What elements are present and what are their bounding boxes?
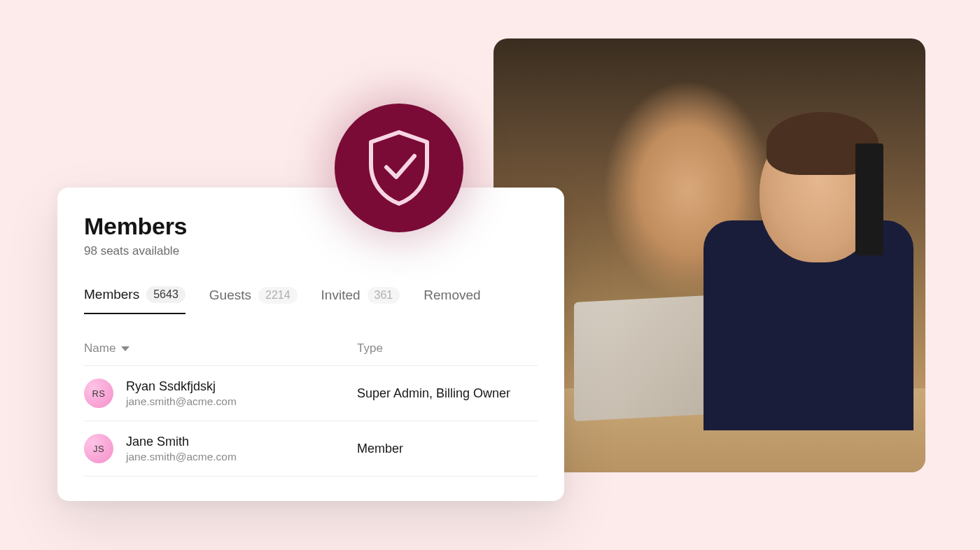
tab-label: Removed <box>424 288 480 303</box>
sort-desc-icon <box>121 346 130 351</box>
tab-label: Members <box>84 287 139 302</box>
user-type: Super Admin, Billing Owner <box>357 386 538 401</box>
seats-available: 98 seats available <box>84 244 538 258</box>
member-tabs: Members 5643 Guests 2214 Invited 361 Rem… <box>84 286 538 315</box>
tab-guests[interactable]: Guests 2214 <box>209 287 298 313</box>
tab-count: 2214 <box>258 287 298 304</box>
table-header: Name Type <box>84 341 538 366</box>
shield-check-icon <box>365 129 433 206</box>
tab-count: 5643 <box>146 286 186 303</box>
tab-count: 361 <box>368 287 400 304</box>
tab-members[interactable]: Members 5643 <box>84 286 186 314</box>
avatar: RS <box>84 379 113 408</box>
table-row[interactable]: RS Ryan Ssdkfjdskj jane.smith@acme.com S… <box>84 366 538 421</box>
user-name: Jane Smith <box>126 435 237 449</box>
shield-check-badge <box>335 104 463 232</box>
avatar: JS <box>84 434 113 463</box>
table-row[interactable]: JS Jane Smith jane.smith@acme.com Member <box>84 421 538 477</box>
members-card: Members 98 seats available Members 5643 … <box>57 188 564 501</box>
tab-label: Invited <box>321 288 360 303</box>
column-name-sort[interactable]: Name <box>84 341 357 355</box>
user-type: Member <box>357 442 538 456</box>
members-table: Name Type RS Ryan Ssdkfjdskj jane.smith@… <box>84 341 538 477</box>
column-name-label: Name <box>84 341 115 355</box>
column-type-label: Type <box>357 341 538 355</box>
tab-removed[interactable]: Removed <box>424 288 480 313</box>
tab-label: Guests <box>209 288 251 303</box>
user-name: Ryan Ssdkfjdskj <box>126 379 237 394</box>
user-email: jane.smith@acme.com <box>126 395 237 408</box>
tab-invited[interactable]: Invited 361 <box>321 287 400 313</box>
user-email: jane.smith@acme.com <box>126 451 237 463</box>
page-title: Members <box>84 213 538 240</box>
